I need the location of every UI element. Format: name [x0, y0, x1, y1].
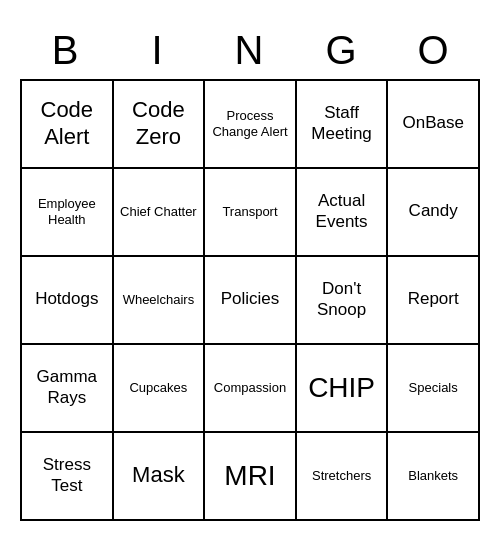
- bingo-cell: Don't Snoop: [297, 257, 389, 345]
- bingo-cell: Wheelchairs: [114, 257, 206, 345]
- bingo-cell: Code Zero: [114, 81, 206, 169]
- bingo-cell: Stretchers: [297, 433, 389, 521]
- bingo-cell: Transport: [205, 169, 297, 257]
- cell-text: Stress Test: [28, 455, 106, 496]
- bingo-grid: Code AlertCode ZeroProcess Change AlertS…: [20, 79, 480, 521]
- cell-text: OnBase: [402, 113, 463, 133]
- cell-text: Don't Snoop: [303, 279, 381, 320]
- bingo-cell: Stress Test: [22, 433, 114, 521]
- bingo-cell: Specials: [388, 345, 480, 433]
- cell-text: Actual Events: [303, 191, 381, 232]
- header-letter: O: [388, 24, 480, 77]
- header-letter: N: [204, 24, 296, 77]
- bingo-header: BINGO: [20, 24, 480, 77]
- cell-text: Mask: [132, 462, 185, 488]
- bingo-cell: Policies: [205, 257, 297, 345]
- header-letter: B: [20, 24, 112, 77]
- bingo-cell: Actual Events: [297, 169, 389, 257]
- cell-text: Process Change Alert: [211, 108, 289, 139]
- cell-text: Transport: [222, 204, 277, 220]
- header-letter: I: [112, 24, 204, 77]
- bingo-cell: Chief Chatter: [114, 169, 206, 257]
- cell-text: Candy: [409, 201, 458, 221]
- cell-text: Cupcakes: [129, 380, 187, 396]
- bingo-cell: Cupcakes: [114, 345, 206, 433]
- cell-text: Blankets: [408, 468, 458, 484]
- cell-text: Compassion: [214, 380, 286, 396]
- cell-text: CHIP: [308, 371, 375, 405]
- bingo-cell: MRI: [205, 433, 297, 521]
- bingo-cell: Compassion: [205, 345, 297, 433]
- bingo-cell: Staff Meeting: [297, 81, 389, 169]
- bingo-cell: Candy: [388, 169, 480, 257]
- cell-text: Report: [408, 289, 459, 309]
- cell-text: Policies: [221, 289, 280, 309]
- bingo-cell: OnBase: [388, 81, 480, 169]
- cell-text: MRI: [224, 459, 275, 493]
- bingo-cell: Hotdogs: [22, 257, 114, 345]
- cell-text: Code Zero: [120, 97, 198, 150]
- bingo-cell: Process Change Alert: [205, 81, 297, 169]
- bingo-cell: Gamma Rays: [22, 345, 114, 433]
- cell-text: Stretchers: [312, 468, 371, 484]
- cell-text: Chief Chatter: [120, 204, 197, 220]
- cell-text: Hotdogs: [35, 289, 98, 309]
- cell-text: Code Alert: [28, 97, 106, 150]
- header-letter: G: [296, 24, 388, 77]
- cell-text: Specials: [409, 380, 458, 396]
- bingo-cell: Mask: [114, 433, 206, 521]
- bingo-cell: Code Alert: [22, 81, 114, 169]
- cell-text: Employee Health: [28, 196, 106, 227]
- bingo-cell: Employee Health: [22, 169, 114, 257]
- cell-text: Gamma Rays: [28, 367, 106, 408]
- bingo-card: BINGO Code AlertCode ZeroProcess Change …: [20, 24, 480, 521]
- cell-text: Wheelchairs: [123, 292, 195, 308]
- bingo-cell: CHIP: [297, 345, 389, 433]
- cell-text: Staff Meeting: [303, 103, 381, 144]
- bingo-cell: Blankets: [388, 433, 480, 521]
- bingo-cell: Report: [388, 257, 480, 345]
